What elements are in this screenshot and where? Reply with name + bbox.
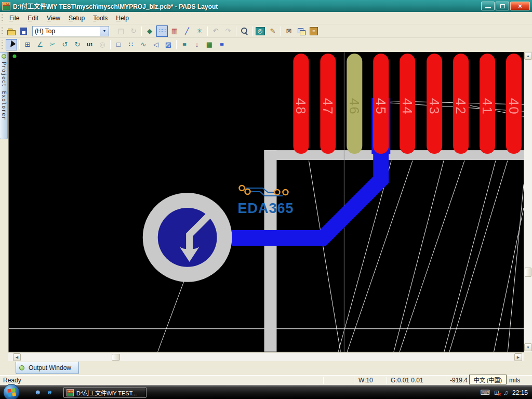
undo-button[interactable]: ↶ [210,25,221,37]
gray-traces[interactable] [264,150,524,352]
horizontal-scrollbar[interactable]: ◀ ▶ [8,352,524,361]
polygon-select-button[interactable]: ◁ [150,39,162,50]
restore-icon [500,4,505,8]
menu-file[interactable]: File [5,13,23,23]
pad-disabled-button[interactable]: ◎ [97,39,108,50]
taskbar-clock: 22:15 [512,389,530,396]
menu-tools[interactable]: Tools [89,13,112,23]
language-indicator[interactable]: 中文 (中国) [469,375,507,384]
smooth-button[interactable]: ∿ [138,39,149,50]
status-bar: Ready W:10 G:0.01 0.01 -919.4 mils [0,375,532,385]
rotate-button[interactable]: ↺ [59,39,71,50]
toolbar-grip[interactable] [2,14,3,22]
save-button[interactable] [18,25,30,37]
toolbar-grip[interactable] [2,27,3,35]
volume-icon[interactable]: ♫ [503,389,508,396]
board-zoom-button[interactable] [255,25,266,37]
open-button[interactable] [6,25,17,37]
scroll-right-button[interactable]: ▶ [514,353,522,361]
align-button[interactable]: ≡ [179,39,190,50]
new-window-button[interactable] [296,25,307,37]
hatch-button[interactable]: ▨ [163,39,174,50]
restore-button[interactable] [496,2,509,10]
via-button[interactable]: ✳ [194,25,205,37]
close-button[interactable]: × [510,2,530,10]
keyboard-tray-icon[interactable]: ⌨ [480,389,490,396]
toolbar-grip[interactable] [2,41,3,49]
push-down-button[interactable]: ↓ [191,39,203,50]
measure-button[interactable]: ╱ [181,25,193,37]
arrow-down-icon: ▼ [526,345,530,349]
pointer-button[interactable] [6,39,17,50]
nets-toolbox-button[interactable]: ∷∷ [156,25,168,37]
refresh-button[interactable]: ↻ [128,25,139,37]
design-toolbox-icon: ◆ [147,27,152,35]
scroll-up-button[interactable]: ▲ [524,52,532,60]
pads-layout-window: PADS D:\付工文件\MY TEST\mysch\mysch\MYPROJ_… [0,0,532,399]
quick-launch-messenger-icon[interactable]: ☻ [34,388,42,396]
start-button[interactable] [3,384,20,399]
pad-40-number: 40 [506,98,522,115]
tools-button[interactable]: ⊠ [283,25,295,37]
menu-help[interactable]: Help [112,13,133,23]
redo-button[interactable]: ↷ [222,25,234,37]
separator [281,26,281,36]
horizontal-scroll-thumb[interactable] [112,354,120,361]
menu-setup[interactable]: Setup [64,13,89,23]
tools-icon: ⊠ [286,27,292,35]
blue-trace[interactable] [232,98,391,238]
pad-disabled-icon: ◎ [99,41,105,48]
cut-button[interactable]: ✂ [47,39,58,50]
project-explorer-tab[interactable]: Project Explorer [0,52,8,139]
minimize-button[interactable] [481,2,495,10]
via-icon: ✳ [197,27,203,35]
drafting-button[interactable]: ⊞ [22,39,33,50]
spin-button[interactable]: ↻ [72,39,83,50]
layer-selector[interactable]: (H) Top ▼ [32,26,109,36]
circular-pad[interactable] [143,193,232,282]
output-window-tab[interactable]: Output Window [16,362,79,374]
scroll-down-button[interactable]: ▼ [524,343,532,351]
pads-doc-button[interactable]: ≡ [308,25,320,37]
eco-button[interactable]: ▦ [204,39,215,50]
network-offline-icon[interactable]: ⊞✕ [494,389,499,396]
workspace: Project Explorer [0,51,532,375]
vertical-scrollbar[interactable]: ▲ ▼ [524,52,532,352]
menu-edit[interactable]: Edit [23,13,43,23]
chevron-down-icon[interactable]: ▼ [100,26,109,36]
design-toolbox-button[interactable]: ◆ [144,25,155,37]
save-icon [19,27,29,35]
separator [446,377,446,384]
quick-launch-browser-icon[interactable]: e [48,388,51,396]
status-units: mils [509,377,520,384]
selection-box-button[interactable]: □ [113,39,124,50]
menu-view[interactable]: View [43,13,64,23]
windows-logo-icon [7,388,16,397]
rename-button[interactable]: U1 [84,39,96,50]
new-window-icon [297,27,306,35]
fillet-button[interactable]: ∠ [34,39,46,50]
pcb-canvas[interactable]: 48 47 46 45 44 43 42 41 40 [8,52,524,352]
undo-icon: ↶ [213,27,219,35]
vertical-scroll-thumb[interactable] [525,268,531,277]
list-button[interactable]: ≡ [216,39,228,50]
board-zoom-icon [256,27,265,35]
zoom-button[interactable] [238,25,250,37]
separator [354,377,354,384]
layers-toolbox-button[interactable]: ▦ [169,25,180,37]
rotate-icon: ↺ [62,41,68,48]
title-bar[interactable]: PADS D:\付工文件\MY TEST\mysch\mysch\MYPROJ_… [0,0,532,12]
zoom-icon [240,26,249,36]
status-message: Ready [3,377,21,384]
scroll-left-button[interactable]: ◀ [13,353,21,361]
arrow-up-icon: ▲ [526,54,530,58]
cut-icon: ✂ [50,41,56,48]
drafting-icon: ⊞ [25,41,31,48]
redraw-button[interactable]: ✎ [267,25,278,37]
net-select-button[interactable]: ∷ [125,39,137,50]
taskbar-task-button[interactable]: PADS D:\付工文件\MY TEST... [63,387,147,398]
properties-button[interactable]: ▤ [115,25,127,37]
eco-icon: ▦ [206,41,212,48]
align-icon: ≡ [182,41,187,48]
redo-icon: ↷ [225,27,231,35]
